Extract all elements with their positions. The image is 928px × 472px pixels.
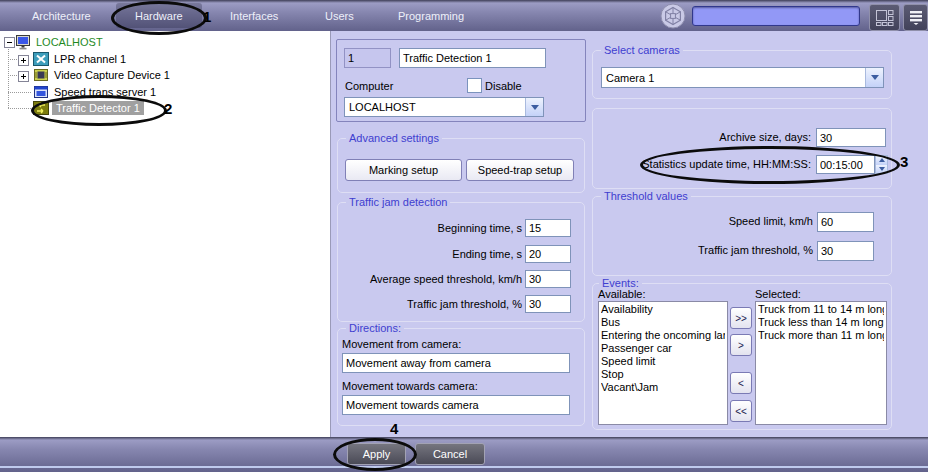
selected-label: Selected: <box>755 288 801 300</box>
movement-towards-camera-label: Movement towards camera: <box>342 380 478 392</box>
annotation-ellipse-1 <box>111 1 207 35</box>
list-item[interactable]: Bus <box>601 316 725 329</box>
computer-label: Computer <box>345 80 393 92</box>
expander-collapse-icon[interactable] <box>4 37 15 48</box>
list-item[interactable]: Truck more than 11 m long <box>758 329 884 342</box>
menu-label: Programming <box>398 10 464 22</box>
expander-expand-icon[interactable] <box>18 71 29 82</box>
group-title: Traffic jam detection <box>346 196 450 208</box>
menu-item-programming[interactable]: Programming <box>398 0 464 31</box>
annotation-ellipse-2 <box>31 95 167 126</box>
archive-size-field[interactable] <box>816 128 886 147</box>
tree-connector <box>8 75 17 76</box>
screens-layout-button[interactable] <box>869 4 900 31</box>
traffic-jam-detection-group: Traffic jam detection Beginning time, s … <box>337 202 585 322</box>
main-menu-button[interactable] <box>903 4 928 31</box>
speed-trap-setup-button[interactable]: Speed-trap setup <box>466 159 574 181</box>
tree-item-label: LOCALHOST <box>36 36 103 48</box>
available-label: Available: <box>598 288 646 300</box>
disable-label: Disable <box>485 80 522 92</box>
lpr-channel-icon <box>33 52 49 66</box>
advanced-settings-group: Advanced settings Marking setup Speed-tr… <box>337 138 585 193</box>
avg-speed-threshold-field[interactable] <box>525 270 571 288</box>
selected-events-list[interactable]: Truck from 11 to 14 m long Truck less th… <box>755 301 887 425</box>
annotation-number-3: 3 <box>900 153 908 170</box>
list-item[interactable]: Availability <box>601 303 725 316</box>
list-item[interactable]: Vacant\Jam <box>601 381 725 394</box>
object-id-field[interactable] <box>344 48 391 68</box>
computer-select[interactable]: LOCALHOST <box>344 97 544 117</box>
speed-limit-field[interactable] <box>817 212 874 232</box>
list-item[interactable]: Passenger car <box>601 342 725 355</box>
annotation-ellipse-3 <box>640 146 900 184</box>
group-title: Advanced settings <box>346 132 442 144</box>
archive-size-label: Archive size, days: <box>601 131 811 143</box>
jam-threshold-field[interactable] <box>525 295 571 313</box>
ending-time-field[interactable] <box>525 245 571 263</box>
hardware-tree-panel: LOCALHOST LPR channel 1 Video C <box>0 31 331 437</box>
marking-setup-button[interactable]: Marking setup <box>345 159 462 181</box>
annotation-number-1: 1 <box>203 8 211 25</box>
list-item[interactable]: Truck less than 14 m long <box>758 316 884 329</box>
expander-expand-icon[interactable] <box>18 55 29 66</box>
list-item[interactable]: Speed limit <box>601 355 725 368</box>
menu-label: Interfaces <box>230 10 278 22</box>
tree-connector <box>8 59 17 60</box>
select-cameras-group: Select cameras Camera 1 <box>592 50 892 99</box>
move-right-button[interactable]: > <box>730 334 752 356</box>
menu-item-users[interactable]: Users <box>325 0 354 31</box>
traffic-jam-threshold-field[interactable] <box>817 241 874 261</box>
window-bottom-edge <box>0 466 928 468</box>
list-item[interactable]: Entering the oncoming lane <box>601 329 725 342</box>
screens-grid-icon <box>876 10 894 26</box>
directions-group: Directions: Movement from camera: Moveme… <box>337 328 585 426</box>
server-window-icon <box>33 85 49 99</box>
tree-connector <box>8 108 31 109</box>
tree-connector <box>8 92 31 93</box>
list-item[interactable]: Stop <box>601 368 725 381</box>
move-left-button[interactable]: < <box>730 372 752 394</box>
annotation-ellipse-4 <box>333 438 417 471</box>
menu-label: Architecture <box>32 10 91 22</box>
quick-search-input[interactable] <box>692 6 860 26</box>
hamburger-menu-icon <box>909 10 923 25</box>
list-item[interactable]: Truck from 11 to 14 m long <box>758 303 884 316</box>
identity-box: Computer Disable LOCALHOST <box>336 39 586 122</box>
chip-icon <box>33 68 49 82</box>
beginning-time-label: Beginning time, s <box>342 222 522 234</box>
menu-item-interfaces[interactable]: Interfaces <box>230 0 278 31</box>
object-name-field[interactable] <box>399 48 546 68</box>
jam-threshold-label: Traffic jam threshold, % <box>342 298 522 310</box>
beginning-time-field[interactable] <box>525 219 571 237</box>
app-logo-icon[interactable] <box>660 3 686 29</box>
footer-bar: Apply Cancel <box>0 437 928 472</box>
computer-icon <box>15 35 32 50</box>
annotation-number-2: 2 <box>164 100 172 117</box>
ending-time-label: Ending time, s <box>342 248 522 260</box>
camera-select-value: Camera 1 <box>602 72 865 84</box>
speed-limit-label: Speed limit, km/h <box>601 215 813 227</box>
menu-item-architecture[interactable]: Architecture <box>32 0 91 31</box>
group-title: Threshold values <box>601 190 691 202</box>
tree-item-label: LPR channel 1 <box>54 53 126 65</box>
disable-checkbox[interactable] <box>467 78 482 93</box>
movement-from-camera-label: Movement from camera: <box>342 338 461 350</box>
dropdown-arrow-icon[interactable] <box>865 68 883 87</box>
dropdown-arrow-icon[interactable] <box>525 98 543 116</box>
move-all-left-button[interactable]: << <box>730 400 752 422</box>
available-events-list[interactable]: Availability Bus Entering the oncoming l… <box>598 301 728 425</box>
tree-item-label: Video Capture Device 1 <box>54 69 170 81</box>
cancel-button[interactable]: Cancel <box>415 443 485 465</box>
application-window: Architecture Hardware Interfaces Users P… <box>0 0 928 472</box>
tree-item-video-capture-device[interactable]: Video Capture Device 1 <box>33 67 170 83</box>
movement-towards-camera-field[interactable] <box>342 395 570 415</box>
group-title: Directions: <box>346 322 404 334</box>
movement-from-camera-field[interactable] <box>342 353 570 373</box>
camera-select[interactable]: Camera 1 <box>601 67 884 88</box>
events-group: Events: Available: Availability Bus Ente… <box>592 283 892 430</box>
move-all-right-button[interactable]: >> <box>730 307 752 329</box>
tree-item-lpr-channel[interactable]: LPR channel 1 <box>33 51 126 67</box>
traffic-jam-threshold-label: Traffic jam threshold, % <box>601 244 813 256</box>
tree-connector <box>8 47 9 108</box>
tree-item-localhost[interactable]: LOCALHOST <box>15 34 103 50</box>
